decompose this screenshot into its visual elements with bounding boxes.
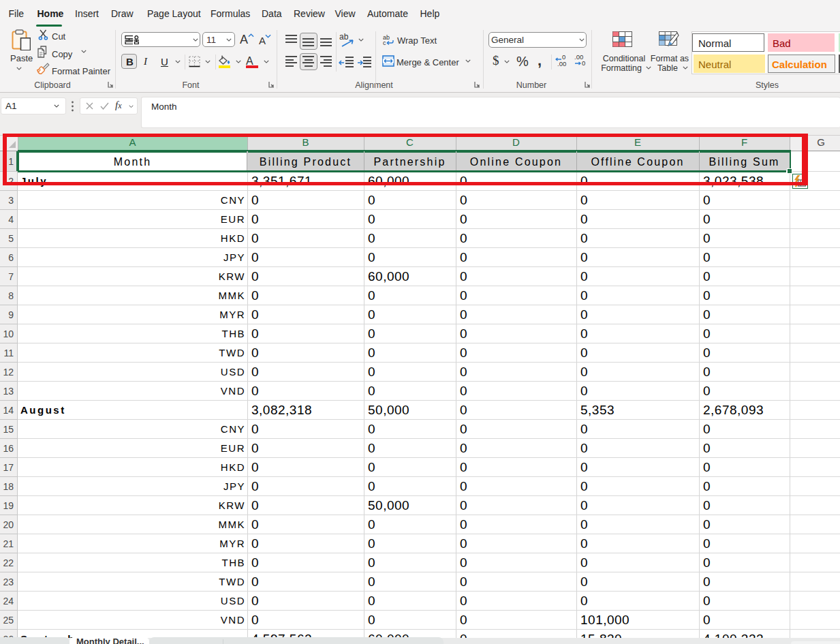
svg-text:c: c bbox=[383, 40, 386, 46]
